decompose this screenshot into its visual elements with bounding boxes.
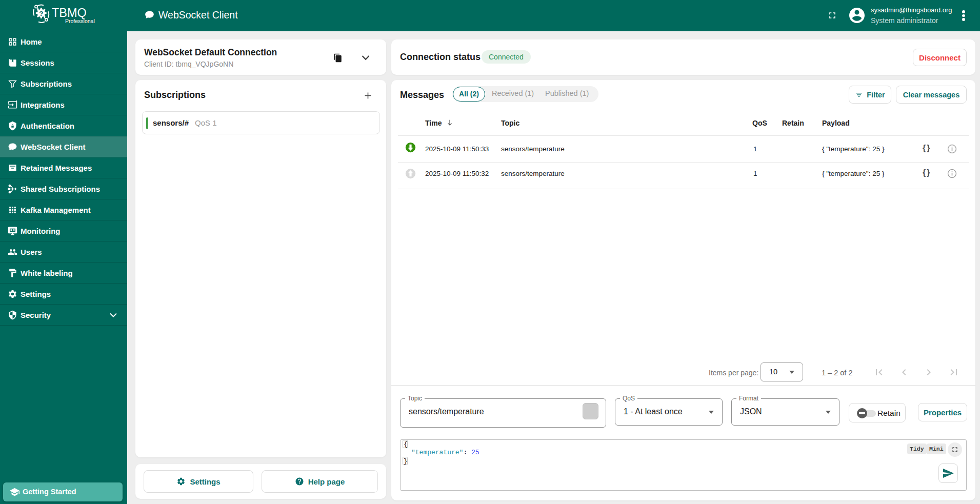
svg-text:?: ? <box>39 10 43 17</box>
